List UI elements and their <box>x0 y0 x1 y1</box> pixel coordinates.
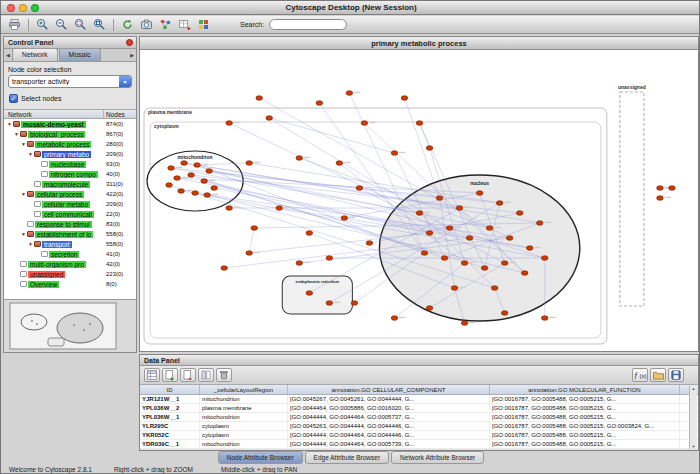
network-node[interactable] <box>491 286 498 291</box>
network-node[interactable] <box>541 316 548 321</box>
network-node[interactable] <box>416 121 423 126</box>
delete-attribute-icon[interactable] <box>180 368 196 382</box>
close-panel-icon[interactable] <box>126 39 133 46</box>
network-node[interactable] <box>401 96 408 101</box>
function-builder-icon[interactable]: ƒ(x) <box>632 368 648 382</box>
network-node[interactable] <box>456 206 463 211</box>
table-row-ydr039c-1[interactable]: YDR039C__1mitochondrion[GO:0044444, GO:0… <box>140 440 698 449</box>
zoom-fit-icon[interactable] <box>91 17 108 32</box>
column-header-annotation-go-cellular-component[interactable]: annotation.GO CELLULAR_COMPONENT <box>288 385 490 394</box>
zoom-window-button[interactable] <box>31 4 39 12</box>
table-row-ykr052c[interactable]: YKR052Ccytoplasm[GO:0044444, GO:0044464,… <box>140 431 698 440</box>
network-node[interactable] <box>441 256 448 261</box>
network-node[interactable] <box>174 176 181 181</box>
network-node[interactable] <box>204 193 211 198</box>
scroll-up-icon[interactable]: ▲ <box>692 386 696 391</box>
tree-item-establishment-of-lo[interactable]: ▼establishment of lo558(0) <box>4 229 136 239</box>
network-node[interactable] <box>166 183 173 188</box>
expand-arrow-icon[interactable]: ▼ <box>20 231 27 237</box>
network-node[interactable] <box>496 201 503 206</box>
network-node[interactable] <box>211 186 218 191</box>
network-view-titlebar[interactable]: primary metabolic process <box>140 37 698 50</box>
tab-mosaic[interactable]: Mosaic <box>59 48 101 61</box>
column-icon[interactable] <box>198 368 214 382</box>
new-attribute-icon[interactable] <box>162 368 178 382</box>
save-icon[interactable] <box>668 368 684 382</box>
tree-header-network[interactable]: Network <box>4 110 104 118</box>
network-node[interactable] <box>461 261 468 266</box>
network-overview-thumbnail[interactable] <box>4 299 136 352</box>
search-input[interactable] <box>269 19 347 30</box>
network-node[interactable] <box>461 321 468 326</box>
tab-node-attribute-browser[interactable]: Node Attribute Browser <box>218 451 303 464</box>
network-node[interactable] <box>541 256 548 261</box>
expand-arrow-icon[interactable]: ▼ <box>27 241 34 247</box>
network-node[interactable] <box>341 216 348 221</box>
close-window-button[interactable] <box>7 4 15 12</box>
network-node[interactable] <box>426 306 433 311</box>
network-node[interactable] <box>181 161 188 166</box>
network-node[interactable] <box>366 241 373 246</box>
tree-item-macromolecule[interactable]: macromolecule311(0) <box>4 179 136 189</box>
tree-header-nodes[interactable]: Nodes <box>104 110 136 118</box>
network-node[interactable] <box>356 186 363 191</box>
table-row-ypl036w-1[interactable]: YPL036W__1mitochondrion[GO:0044444, GO:0… <box>140 413 698 422</box>
network-node[interactable] <box>451 286 458 291</box>
tab-network-attribute-browser[interactable]: Network Attribute Browser <box>391 451 484 464</box>
network-node[interactable] <box>256 96 263 101</box>
tree-item-secretion[interactable]: secretion41(0) <box>4 249 136 259</box>
tree-item-nitrogen-compo[interactable]: nitrogen compo40(0) <box>4 169 136 179</box>
tab-scroll-left-icon[interactable]: ◀ <box>4 49 12 61</box>
network-node[interactable] <box>351 301 358 306</box>
tree-item-unassigned[interactable]: unassigned223(0) <box>4 269 136 279</box>
network-node[interactable] <box>206 169 213 174</box>
network-node[interactable] <box>466 236 473 241</box>
open-icon[interactable] <box>650 368 666 382</box>
table-row-yjr121w-1[interactable]: YJR121W__1mitochondrion[GO:0045267, GO:0… <box>140 395 698 404</box>
network-node[interactable] <box>251 226 258 231</box>
expand-arrow-icon[interactable]: ▼ <box>20 191 27 197</box>
expand-arrow-icon[interactable]: ▼ <box>27 151 34 157</box>
tree-item-nucleobase[interactable]: nucleobase63(0) <box>4 159 136 169</box>
window-titlebar[interactable]: Cytoscape Desktop (New Session) <box>1 1 700 15</box>
network-node[interactable] <box>226 206 233 211</box>
tree-item-multi-organism-pro[interactable]: multi-organism pro42(0) <box>4 259 136 269</box>
network-node[interactable] <box>506 236 513 241</box>
network-node[interactable] <box>421 251 428 256</box>
select-nodes-checkbox[interactable]: ✓ <box>9 94 18 103</box>
network-node[interactable] <box>669 186 676 191</box>
network-canvas[interactable]: plasma membranecytoplasmunassignedmitoch… <box>140 50 698 351</box>
network-node[interactable] <box>326 301 333 306</box>
tab-edge-attribute-browser[interactable]: Edge Attribute Browser <box>305 451 389 464</box>
tab-scroll-right-icon[interactable]: ▶ <box>128 49 136 61</box>
network-node[interactable] <box>221 266 228 271</box>
mosaic-icon[interactable] <box>195 17 212 32</box>
tree-item-cell-communicati[interactable]: cell communicati22(0) <box>4 209 136 219</box>
network-node[interactable] <box>516 211 523 216</box>
expand-arrow-icon[interactable]: ▼ <box>20 141 27 147</box>
table-plus-icon[interactable] <box>176 17 193 32</box>
zoom-out-icon[interactable] <box>53 17 70 32</box>
tree-item-transport[interactable]: ▼transport558(0) <box>4 239 136 249</box>
expand-arrow-icon[interactable]: ▼ <box>13 131 20 137</box>
network-node[interactable] <box>201 179 208 184</box>
network-node[interactable] <box>336 161 343 166</box>
network-node[interactable] <box>178 189 185 194</box>
network-node[interactable] <box>168 166 175 171</box>
network-node[interactable] <box>316 101 323 106</box>
network-node[interactable] <box>226 121 233 126</box>
network-node[interactable] <box>296 156 303 161</box>
table-row-ylr295c[interactable]: YLR295Ccytoplasm[GO:0045263, GO:0044444,… <box>140 422 698 431</box>
trash-icon[interactable] <box>216 368 232 382</box>
tree-item-cellular-metabo[interactable]: cellular metabo209(0) <box>4 199 136 209</box>
refresh-icon[interactable] <box>119 17 136 32</box>
network-node[interactable] <box>476 191 483 196</box>
network-node[interactable] <box>246 251 253 256</box>
network-node[interactable] <box>657 186 664 191</box>
network-node[interactable] <box>188 173 195 178</box>
network-node[interactable] <box>436 196 443 201</box>
network-node[interactable] <box>521 271 528 276</box>
network-node[interactable] <box>526 246 533 251</box>
network-node[interactable] <box>391 316 398 321</box>
network-icon[interactable] <box>157 17 174 32</box>
